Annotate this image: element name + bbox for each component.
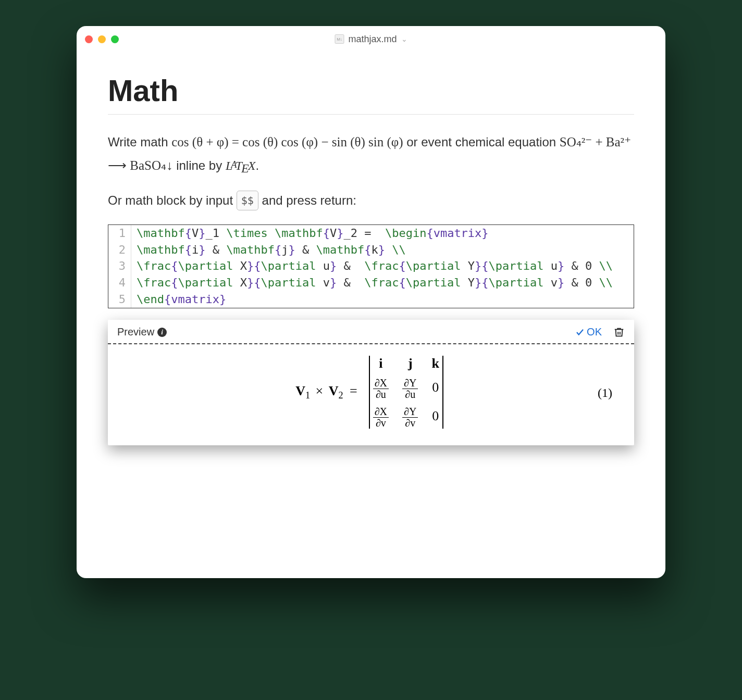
text: and press return: [262,193,356,207]
code-text[interactable]: \mathbf{V}_1 \times \mathbf{V}_2 = \begi… [131,225,489,242]
text: Write math [108,135,171,149]
inline-math-1: cos (θ + φ) = cos (θ) cos (φ) − sin (θ) … [171,135,403,149]
code-line[interactable]: 4\frac{\partial X}{\partial v} & \frac{\… [108,274,634,291]
matrix-cell: ∂X∂v [373,403,389,429]
document-content[interactable]: Math Write math cos (θ + φ) = cos (θ) co… [77,52,665,466]
code-line[interactable]: 3\frac{\partial X}{\partial u} & \frac{\… [108,258,634,274]
matrix-header: k [431,356,439,371]
line-number: 5 [114,291,131,308]
matrix-cell: 0 [431,408,439,424]
latex-code-editor[interactable]: 1\mathbf{V}_1 \times \mathbf{V}_2 = \beg… [108,224,634,308]
preview-label: Preview [117,326,154,338]
divider [108,114,634,115]
code-text[interactable]: \end{vmatrix} [131,291,226,308]
equation-lhs: V1 × V2 = [295,383,361,401]
dashed-divider [108,343,634,344]
code-line[interactable]: 2\mathbf{i} & \mathbf{j} & \mathbf{k} \\ [108,242,634,258]
equation-number: (1) [598,386,612,400]
text: Or math block by input [108,193,237,207]
code-text[interactable]: \mathbf{i} & \mathbf{j} & \mathbf{k} \\ [131,242,406,258]
ok-button[interactable]: OK [575,326,602,338]
window-controls [85,35,119,43]
code-line[interactable]: 1\mathbf{V}_1 \times \mathbf{V}_2 = \beg… [108,225,634,242]
matrix-cell: ∂X∂u [373,374,389,400]
matrix-cell: ∂Y∂v [402,403,418,429]
matrix-header: i [373,356,389,371]
line-number: 3 [114,258,131,274]
kbd-dollars: $$ [237,191,258,210]
code-text[interactable]: \frac{\partial X}{\partial u} & \frac{\p… [131,258,613,274]
code-text[interactable]: \frac{\partial X}{\partial v} & \frac{\p… [131,274,613,291]
line-number: 2 [114,242,131,258]
preview-header: Preview i OK [117,326,625,338]
text: or event chemical equation [406,135,560,149]
filename-label: mathjax.md [348,34,397,45]
check-icon [575,328,585,337]
math-preview-panel: Preview i OK V1 × V2 [108,320,634,445]
chevron-down-icon[interactable]: ⌄ [401,35,407,43]
line-number: 4 [114,274,131,291]
titlebar: M↓ mathjax.md ⌄ [77,26,665,52]
paragraph-2: Or math block by input $$ and press retu… [108,189,634,211]
rendered-equation: V1 × V2 = ijk∂X∂u∂Y∂u0∂X∂v∂Y∂v0 (1) [117,354,625,432]
matrix-cell: 0 [431,380,439,395]
code-line[interactable]: 5\end{vmatrix} [108,291,634,308]
page-title: Math [108,73,634,108]
app-window: M↓ mathjax.md ⌄ Math Write math cos (θ +… [77,26,665,578]
latex-logo: LATEX [226,159,256,172]
trash-icon[interactable] [613,327,625,338]
markdown-file-icon: M↓ [335,34,344,44]
ok-label: OK [587,326,602,338]
info-icon[interactable]: i [157,328,167,337]
line-number: 1 [114,225,131,242]
matrix-cell: ∂Y∂u [402,374,418,400]
title-filename-group[interactable]: M↓ mathjax.md ⌄ [335,34,407,45]
text: inline by [176,158,226,172]
determinant-matrix: ijk∂X∂u∂Y∂u0∂X∂v∂Y∂v0 [366,356,447,429]
text: . [255,158,259,172]
maximize-icon[interactable] [111,35,119,43]
minimize-icon[interactable] [98,35,106,43]
matrix-header: j [402,356,418,371]
paragraph-1: Write math cos (θ + φ) = cos (θ) cos (φ)… [108,130,634,180]
close-icon[interactable] [85,35,93,43]
